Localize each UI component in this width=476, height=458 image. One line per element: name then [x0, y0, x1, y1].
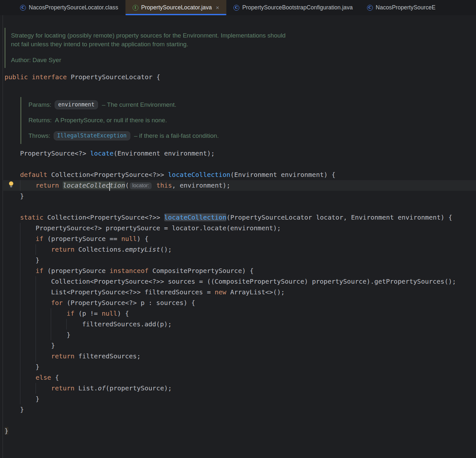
tab-label: NacosPropertySourceE — [376, 4, 436, 11]
code-text: } — [51, 342, 55, 349]
code-line[interactable]: } — [0, 362, 476, 372]
static-method-call: emptyList — [125, 245, 160, 253]
class-icon: C — [20, 5, 26, 11]
code-line[interactable]: } — [0, 255, 476, 266]
code-line-interface-declaration[interactable]: public interface PropertySourceLocator { — [0, 72, 476, 82]
code-editor[interactable]: Strategy for locating (possibly remote) … — [0, 15, 476, 458]
code-text — [59, 181, 63, 189]
intention-lightbulb-icon[interactable] — [8, 181, 14, 188]
code-text: List. — [74, 384, 98, 392]
code-text: (p != — [74, 310, 102, 317]
keyword: return — [51, 384, 74, 392]
code-text: List<PropertySource<?>> filteredSources … — [51, 288, 215, 296]
static-method-call: of — [98, 384, 106, 392]
code-text: CompositePropertySource) { — [148, 267, 254, 275]
param-code-chip: environment — [55, 100, 98, 109]
code-line[interactable]: PropertySource<?> locate(Environment env… — [0, 148, 476, 159]
identifier-under-caret: locateCollection — [63, 181, 125, 189]
code-text: } — [36, 256, 39, 264]
code-line[interactable]: } — [0, 330, 476, 340]
keyword: for — [51, 299, 63, 307]
keyword: null — [102, 310, 117, 317]
code-line[interactable]: return locateCollection(locator: this, e… — [0, 180, 476, 191]
keyword: this — [157, 181, 172, 189]
code-text: ) { — [117, 310, 129, 317]
code-text: } — [20, 406, 24, 413]
code-text: ) { — [137, 235, 148, 243]
code-text — [152, 181, 156, 189]
javadoc-rendered-tags: Params: environment – The current Enviro… — [20, 97, 312, 144]
code-text: (PropertySource<?> p : sources) { — [63, 299, 195, 307]
javadoc-returns-row: Returns: A PropertySource, or null if th… — [21, 113, 312, 128]
code-line[interactable]: } — [0, 340, 476, 351]
exception-link-chip[interactable]: IllegalStateException — [54, 131, 130, 140]
keyword: else — [36, 374, 51, 381]
class-icon: C — [367, 5, 373, 11]
code-line[interactable]: } — [0, 404, 476, 415]
keyword: return — [36, 181, 59, 189]
keyword: default — [20, 171, 47, 179]
code-line[interactable]: } — [0, 191, 476, 202]
tab-label: PropertySourceBootstrapConfiguration.jav… — [242, 4, 353, 11]
code-line[interactable]: filteredSources.add(p); — [0, 319, 476, 330]
javadoc-params-row: Params: environment – The current Enviro… — [21, 97, 312, 113]
code-line[interactable]: } — [0, 426, 476, 436]
empty-code-line[interactable] — [0, 415, 476, 426]
code-text: (Environment environment) { — [230, 171, 335, 179]
code-text: { — [51, 374, 59, 381]
code-text: PropertySource<?> propertySource = locat… — [36, 224, 281, 232]
keyword: return — [51, 352, 74, 360]
code-text: , environment); — [172, 181, 231, 189]
code-text: Collection<PropertySource<?>> — [43, 213, 164, 221]
code-text: (propertySource — [43, 267, 110, 275]
method-declaration-highlighted: locateCollection — [164, 213, 227, 221]
code-text: PropertySourceLocator { — [67, 73, 160, 81]
method-declaration: locate — [90, 149, 114, 157]
tab-label: PropertySourceLocator.java — [141, 4, 212, 11]
keyword: if — [67, 310, 74, 317]
code-line[interactable]: return List.of(propertySource); — [0, 383, 476, 394]
keyword: instanceof — [110, 267, 148, 275]
code-line[interactable]: if (p != null) { — [0, 308, 476, 319]
code-text: } — [67, 331, 70, 339]
code-line[interactable]: PropertySource<?> propertySource = locat… — [0, 223, 476, 234]
code-line[interactable]: default Collection<PropertySource<?>> lo… — [0, 169, 476, 180]
keyword: null — [121, 235, 137, 243]
code-text: (Environment environment); — [114, 149, 215, 157]
matched-brace: } — [5, 427, 8, 435]
editor-tab-bar: CNacosPropertySourceLocator.classIProper… — [0, 0, 476, 15]
code-text: PropertySource<?> — [20, 149, 90, 157]
keyword: if — [36, 267, 43, 275]
keyword: if — [36, 235, 43, 243]
javadoc-author: Author: Dave Syer — [11, 56, 367, 64]
empty-code-line[interactable] — [0, 159, 476, 169]
keyword: public interface — [5, 73, 67, 81]
code-line[interactable]: if (propertySource == null) { — [0, 234, 476, 244]
editor-tab[interactable]: CPropertySourceBootstrapConfiguration.ja… — [226, 0, 360, 15]
code-text: Collection<PropertySource<?>> sources = … — [51, 278, 456, 285]
method-declaration: locateCollection — [168, 171, 231, 179]
code-line[interactable]: return filteredSources; — [0, 351, 476, 362]
code-line[interactable]: Collection<PropertySource<?>> sources = … — [0, 276, 476, 287]
javadoc-paragraph: Strategy for locating (possibly remote) … — [11, 31, 367, 49]
code-text: Collection<PropertySource<?>> — [47, 171, 168, 179]
empty-code-line[interactable] — [0, 202, 476, 212]
editor-tab[interactable]: CNacosPropertySourceLocator.class — [13, 0, 125, 15]
code-text: filteredSources; — [74, 352, 141, 360]
editor-tab[interactable]: CNacosPropertySourceE — [360, 0, 443, 15]
text-caret — [109, 182, 110, 191]
code-line[interactable]: return Collections.emptyList(); — [0, 244, 476, 255]
code-text: } — [20, 192, 24, 200]
code-text: ArrayList<>(); — [226, 288, 285, 296]
code-line[interactable]: } — [0, 394, 476, 404]
close-tab-icon[interactable]: × — [216, 5, 219, 11]
code-line[interactable]: static Collection<PropertySource<?>> loc… — [0, 212, 476, 223]
code-line[interactable]: if (propertySource instanceof CompositeP… — [0, 266, 476, 276]
editor-tab[interactable]: IPropertySourceLocator.java× — [125, 0, 227, 15]
code-line[interactable]: List<PropertySource<?>> filteredSources … — [0, 287, 476, 298]
code-text: (PropertySourceLocator locator, Environm… — [226, 213, 452, 221]
code-text: Collections. — [74, 245, 125, 253]
code-text: } — [36, 363, 39, 371]
code-line[interactable]: for (PropertySource<?> p : sources) { — [0, 298, 476, 308]
code-line[interactable]: else { — [0, 372, 476, 383]
